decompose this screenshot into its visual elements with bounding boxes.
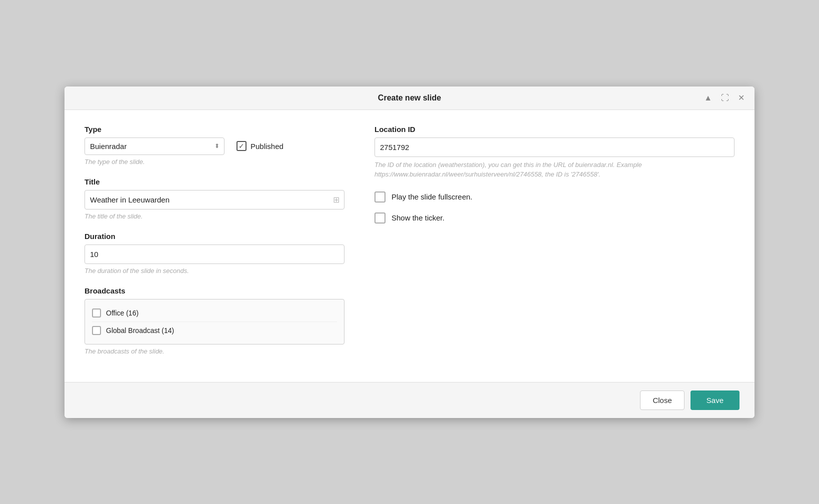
broadcasts-hint: The broadcasts of the slide.	[84, 348, 344, 355]
close-button[interactable]: ✕	[736, 93, 746, 103]
fullscreen-row: Play the slide fullscreen.	[374, 192, 734, 202]
right-column: Location ID The ID of the location (weat…	[374, 125, 734, 367]
modal-body-wrapper: Type Buienradar ⬍ ✓ Published	[64, 110, 754, 382]
published-text: Published	[250, 142, 284, 150]
type-group: Type Buienradar ⬍ ✓ Published	[84, 125, 344, 166]
title-input[interactable]	[84, 190, 344, 210]
office-label: Office (16)	[106, 309, 138, 317]
modal-header-controls: ▲ ⛶ ✕	[702, 93, 746, 103]
list-item: Global Broadcast (14)	[92, 322, 337, 339]
ticker-label[interactable]: Show the ticker.	[392, 214, 444, 222]
ticker-checkbox[interactable]	[374, 212, 386, 224]
modal-body: Type Buienradar ⬍ ✓ Published	[64, 110, 754, 382]
ticker-row: Show the ticker.	[374, 212, 734, 224]
global-broadcast-checkbox[interactable]	[92, 326, 101, 335]
duration-group: Duration The duration of the slide in se…	[84, 232, 344, 274]
title-input-wrapper: ⊞	[84, 190, 344, 210]
location-hint: The ID of the location (weatherstation),…	[374, 160, 734, 180]
location-id-label: Location ID	[374, 125, 734, 134]
type-select[interactable]: Buienradar	[84, 138, 224, 155]
published-checkbox[interactable]: ✓	[236, 141, 246, 151]
modal-title: Create new slide	[378, 94, 441, 102]
save-button[interactable]: Save	[690, 390, 740, 410]
close-button[interactable]: Close	[640, 390, 684, 410]
broadcasts-group: Broadcasts Office (16) Global Broadcast …	[84, 286, 344, 355]
title-hint: The title of the slide.	[84, 212, 344, 220]
type-hint: The type of the slide.	[84, 158, 344, 166]
expand-button[interactable]: ⛶	[719, 93, 731, 103]
fullscreen-label[interactable]: Play the slide fullscreen.	[392, 192, 472, 201]
location-id-input-wrapper	[374, 138, 734, 157]
type-row: Buienradar ⬍ ✓ Published	[84, 138, 344, 155]
modal-dialog: Create new slide ▲ ⛶ ✕ Type Buienradar	[64, 86, 754, 418]
broadcasts-label: Broadcasts	[84, 286, 344, 295]
minimize-button[interactable]: ▲	[702, 93, 714, 103]
left-column: Type Buienradar ⬍ ✓ Published	[84, 125, 344, 367]
duration-hint: The duration of the slide in seconds.	[84, 267, 344, 274]
modal-footer: Close Save	[64, 382, 754, 418]
broadcasts-box: Office (16) Global Broadcast (14)	[84, 299, 344, 344]
checkboxes-group: Play the slide fullscreen. Show the tick…	[374, 192, 734, 224]
type-label: Type	[84, 125, 344, 134]
published-label[interactable]: ✓ Published	[236, 141, 284, 151]
modal-header: Create new slide ▲ ⛶ ✕	[64, 86, 754, 110]
list-item: Office (16)	[92, 304, 337, 322]
title-group: Title ⊞ The title of the slide.	[84, 178, 344, 220]
location-id-input[interactable]	[374, 138, 734, 157]
location-id-group: Location ID The ID of the location (weat…	[374, 125, 734, 180]
office-checkbox[interactable]	[92, 308, 101, 318]
fullscreen-checkbox[interactable]	[374, 192, 386, 202]
title-label: Title	[84, 178, 344, 186]
table-icon: ⊞	[333, 195, 340, 204]
duration-label: Duration	[84, 232, 344, 240]
duration-input[interactable]	[84, 244, 344, 264]
duration-input-wrapper	[84, 244, 344, 264]
global-broadcast-label: Global Broadcast (14)	[106, 326, 174, 334]
type-select-wrapper: Buienradar ⬍	[84, 138, 224, 155]
